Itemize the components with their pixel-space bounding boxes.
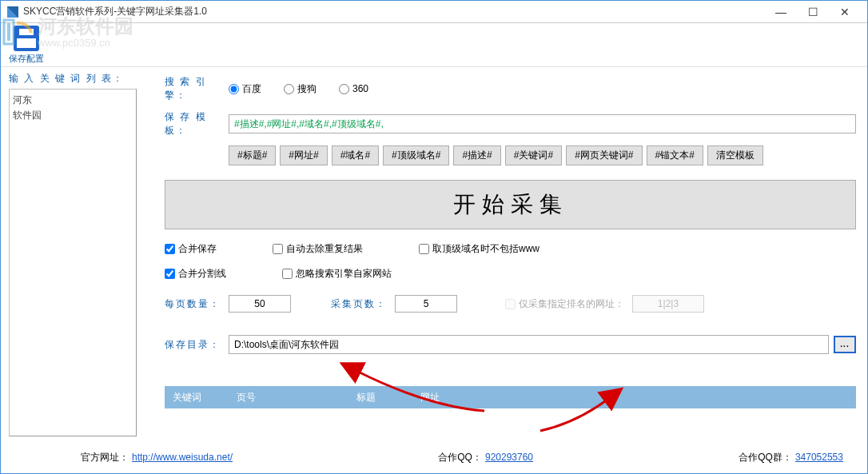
pages-label: 采集页数： xyxy=(331,297,387,311)
footer-qq-group-link[interactable]: 347052553 xyxy=(795,452,843,463)
tag-url-button[interactable]: #网址# xyxy=(280,145,327,165)
app-icon xyxy=(7,6,18,18)
keyword-list-label: 输 入 关 键 词 列 表： xyxy=(9,72,137,86)
search-engine-label: 搜 索 引 擎： xyxy=(165,75,229,102)
check-exclude-www-input[interactable] xyxy=(419,244,429,254)
browse-button[interactable]: ... xyxy=(834,336,856,353)
footer-site-link[interactable]: http://www.weisuda.net/ xyxy=(132,452,233,463)
check-ignore-self[interactable]: 忽略搜索引擎自家网站 xyxy=(282,267,392,281)
save-config-label: 保存配置 xyxy=(9,53,44,65)
footer-site-label: 官方网址： xyxy=(81,451,129,464)
radio-360-label: 360 xyxy=(352,83,368,94)
radio-baidu-input[interactable] xyxy=(229,84,239,94)
radio-360-input[interactable] xyxy=(339,84,349,94)
tag-domain-button[interactable]: #域名# xyxy=(332,145,379,165)
footer-official-site: 官方网址： http://www.weisuda.net/ xyxy=(81,451,233,464)
clear-template-button[interactable]: 清空模板 xyxy=(707,145,763,165)
check-merge-save[interactable]: 合并保存 xyxy=(165,242,217,256)
check-exclude-www-label: 取顶级域名时不包括www xyxy=(432,242,540,256)
check-auto-dedup[interactable]: 自动去除重复结果 xyxy=(273,242,363,256)
radio-baidu-label: 百度 xyxy=(242,82,261,96)
save-icon xyxy=(14,26,39,51)
right-panel: 搜 索 引 擎： 百度 搜狗 360 保 存 模 板： xyxy=(141,67,867,441)
tag-title-button[interactable]: #标题# xyxy=(229,145,276,165)
search-engine-radios: 百度 搜狗 360 xyxy=(229,82,368,96)
toolbar: 保存配置 xyxy=(1,23,867,67)
radio-360[interactable]: 360 xyxy=(339,83,368,94)
check-merge-split-label: 合并分割线 xyxy=(178,267,226,281)
tag-desc-button[interactable]: #描述# xyxy=(453,145,500,165)
results-table-header: 关键词 页号 标题 网址 xyxy=(165,386,856,408)
template-tag-buttons: #标题# #网址# #域名# #顶级域名# #描述# #关键词# #网页关键词#… xyxy=(229,145,856,165)
check-auto-dedup-label: 自动去除重复结果 xyxy=(286,242,363,256)
footer: 官方网址： http://www.weisuda.net/ 合作QQ： 9202… xyxy=(1,441,867,473)
rank-only-input xyxy=(632,295,704,313)
check-merge-save-label: 合并保存 xyxy=(178,242,217,256)
check-merge-save-input[interactable] xyxy=(165,244,175,254)
th-title: 标题 xyxy=(348,391,412,404)
save-template-row: 保 存 模 板： xyxy=(165,110,856,137)
titlebar: SKYCC营销软件系列-关键字网址采集器1.0 — ☐ ✕ xyxy=(1,1,867,23)
footer-qq-link[interactable]: 920293760 xyxy=(485,452,533,463)
check-ignore-self-label: 忽略搜索引擎自家网站 xyxy=(296,267,392,281)
radio-sogou-input[interactable] xyxy=(284,84,294,94)
pages-input[interactable] xyxy=(395,295,457,313)
tag-anchor-button[interactable]: #锚文本# xyxy=(647,145,703,165)
search-engine-row: 搜 索 引 擎： 百度 搜狗 360 xyxy=(165,75,856,102)
th-page: 页号 xyxy=(229,391,348,404)
rank-only-label: 仅采集指定排名的网址： xyxy=(519,297,624,311)
check-merge-split-input[interactable] xyxy=(165,269,175,279)
tag-keyword-button[interactable]: #关键词# xyxy=(505,145,562,165)
check-auto-dedup-input[interactable] xyxy=(273,244,283,254)
pagination-row: 每页数量： 采集页数： 仅采集指定排名的网址： xyxy=(165,295,856,313)
tag-topdomain-button[interactable]: #顶级域名# xyxy=(383,145,449,165)
th-url: 网址 xyxy=(412,391,856,404)
footer-qq: 合作QQ： 920293760 xyxy=(438,451,533,464)
left-panel: 输 入 关 键 词 列 表： 河东 软件园 xyxy=(1,67,141,441)
window-title: SKYCC营销软件系列-关键字网址采集器1.0 xyxy=(23,5,207,18)
radio-baidu[interactable]: 百度 xyxy=(229,82,261,96)
save-path-row: 保存目录： ... xyxy=(165,335,856,354)
main-area: 输 入 关 键 词 列 表： 河东 软件园 搜 索 引 擎： 百度 搜狗 360 xyxy=(1,67,867,441)
close-button[interactable]: ✕ xyxy=(829,1,861,23)
maximize-button[interactable]: ☐ xyxy=(797,1,829,23)
save-template-label: 保 存 模 板： xyxy=(165,110,229,137)
th-keyword: 关键词 xyxy=(165,391,229,404)
save-template-input[interactable] xyxy=(229,114,856,133)
tag-pagekeyword-button[interactable]: #网页关键词# xyxy=(566,145,642,165)
radio-sogou-label: 搜狗 xyxy=(297,82,317,96)
footer-qq-group-label: 合作QQ群： xyxy=(739,451,792,464)
per-page-label: 每页数量： xyxy=(165,297,221,311)
per-page-input[interactable] xyxy=(229,295,291,313)
save-config-button[interactable]: 保存配置 xyxy=(9,26,44,65)
check-merge-split[interactable]: 合并分割线 xyxy=(165,267,226,281)
footer-qq-label: 合作QQ： xyxy=(438,451,482,464)
check-rank-only[interactable]: 仅采集指定排名的网址： xyxy=(505,297,624,311)
check-exclude-www[interactable]: 取顶级域名时不包括www xyxy=(419,242,540,256)
check-ignore-self-input[interactable] xyxy=(282,269,293,279)
start-collect-button[interactable]: 开始采集 xyxy=(165,180,856,229)
check-rank-only-input xyxy=(505,299,516,309)
footer-qq-group: 合作QQ群： 347052553 xyxy=(739,451,843,464)
save-path-label: 保存目录： xyxy=(165,338,229,352)
check-row-1: 合并保存 自动去除重复结果 取顶级域名时不包括www xyxy=(165,242,856,256)
check-row-2: 合并分割线 忽略搜索引擎自家网站 xyxy=(165,267,856,281)
radio-sogou[interactable]: 搜狗 xyxy=(284,82,317,96)
keyword-list-textarea[interactable]: 河东 软件园 xyxy=(9,89,137,436)
minimize-button[interactable]: — xyxy=(765,1,797,23)
save-path-input[interactable] xyxy=(229,335,829,354)
